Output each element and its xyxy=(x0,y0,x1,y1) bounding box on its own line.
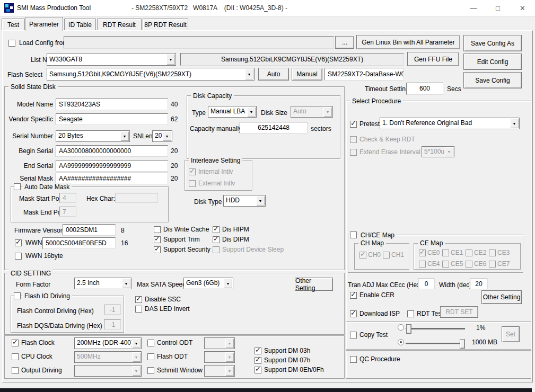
rdt-set-button: RDT SET xyxy=(440,306,478,318)
browse-button[interactable]: ... xyxy=(335,36,354,49)
manual-button[interactable]: Manual xyxy=(292,68,322,81)
capacity-type-select[interactable]: Manual LBA ▼ xyxy=(208,106,257,118)
close-button[interactable]: ✕ xyxy=(510,0,535,16)
save-config-as-button[interactable]: Save Config As xyxy=(463,35,522,51)
minimize-button[interactable]: — xyxy=(461,0,486,16)
disable-ssc-checkbox[interactable]: ✓ xyxy=(135,296,142,303)
flash-io-checkbox[interactable] xyxy=(14,292,21,299)
check-icon: ✓ xyxy=(255,355,261,363)
copy-percent-slider-thumb[interactable] xyxy=(406,324,411,334)
flash-clock-checkbox[interactable]: ✓ xyxy=(12,340,19,346)
ce4-checkbox xyxy=(419,261,426,268)
flash-clock-select[interactable]: 200MHz (DDR-400) ▼ xyxy=(74,337,142,349)
chevron-down-icon[interactable]: ▼ xyxy=(247,107,256,117)
dis-dipm-checkbox[interactable]: ✓ xyxy=(213,236,220,243)
tab-parameter[interactable]: Parameter xyxy=(25,17,63,31)
width-dec-field[interactable]: 20 xyxy=(470,279,488,289)
enable-cer-checkbox[interactable]: ✓ xyxy=(350,292,357,299)
control-odt-checkbox[interactable] xyxy=(147,340,154,346)
copy-percent-slider-track[interactable] xyxy=(406,328,465,329)
das-led-invert-checkbox[interactable] xyxy=(135,306,142,313)
procedure-other-setting-button[interactable]: Other Setting xyxy=(481,290,522,304)
smi-mass-production-tool-window: SMI Mass Production Tool - SM2258XT/59XT… xyxy=(0,0,535,392)
copy-mb-slider-track[interactable] xyxy=(406,343,465,344)
flash-select-select[interactable]: Samsung,512Gbit,K9CMGY8J5E(V6)(SM2259XT)… xyxy=(47,68,255,81)
tab-8p-rdt-result[interactable]: 8P RDT Result xyxy=(143,19,188,30)
control-odt-select: ▼ xyxy=(204,337,235,349)
flash-odt-checkbox[interactable] xyxy=(147,353,154,360)
vendor-field[interactable]: Seagate xyxy=(56,113,168,125)
output-driving-checkbox[interactable] xyxy=(12,367,19,374)
timeout-field[interactable]: 600 xyxy=(406,83,443,95)
auto-button[interactable]: Auto xyxy=(258,68,289,81)
maximize-button[interactable]: □ xyxy=(486,0,510,16)
support-dm0e-checkbox[interactable]: ✓ xyxy=(255,367,261,373)
gen-ffu-button[interactable]: Gen FFU File xyxy=(407,52,459,66)
cpu-clock-checkbox[interactable] xyxy=(12,353,19,360)
support-trim-checkbox[interactable]: ✓ xyxy=(154,236,161,243)
pretest-select[interactable]: 1. Don't Reference Original Bad ▼ xyxy=(380,118,520,129)
end-serial-field[interactable]: AA999999999999999999 xyxy=(56,160,168,172)
wwn-16byte-checkbox[interactable] xyxy=(15,253,22,260)
copy-percent-radio[interactable] xyxy=(398,324,404,331)
wwn-field[interactable]: 5000C50048E0BE5D xyxy=(42,237,116,249)
copy-test-checkbox[interactable] xyxy=(350,332,357,338)
model-name-field[interactable]: ST9320423AS xyxy=(56,99,168,110)
support-dm07-label: Support DM 07h xyxy=(264,357,310,364)
save-config-button[interactable]: Save Config xyxy=(463,72,522,88)
qc-procedure-box xyxy=(346,350,531,379)
chevron-down-icon[interactable]: ▼ xyxy=(120,131,129,141)
tran-adj-field[interactable]: 0 xyxy=(418,279,435,289)
chevron-down-icon[interactable]: ▼ xyxy=(163,131,171,141)
max-sata-select[interactable]: Gen3 (6Gb) ▼ xyxy=(183,278,233,289)
flash-dqs-driving-label: Flash DQS/Data Driving (Hex) xyxy=(17,322,102,329)
gen-linux-bin-button[interactable]: Gen Linux Bin with All Parameter xyxy=(356,35,460,49)
chevron-down-icon[interactable]: ▼ xyxy=(132,338,141,348)
form-factor-select[interactable]: 2.5 Inch ▼ xyxy=(74,278,131,289)
support-security-checkbox[interactable]: ✓ xyxy=(154,246,161,253)
tab-id-table[interactable]: ID Table xyxy=(64,19,96,30)
dis-hipm-checkbox[interactable]: ✓ xyxy=(213,226,220,233)
rdt-test-checkbox[interactable] xyxy=(407,310,414,317)
schmitt-window-checkbox[interactable] xyxy=(147,367,154,374)
edit-config-button[interactable]: Edit Config xyxy=(463,54,522,70)
load-config-checkbox[interactable] xyxy=(8,40,15,47)
support-dm03-label: Support DM 03h xyxy=(264,347,310,354)
list-no-select[interactable]: W330GAT8 ▼ xyxy=(47,53,176,66)
support-device-sleep-label: Support Device Sleep xyxy=(222,246,284,253)
disk-type-select[interactable]: HDD ▼ xyxy=(223,195,266,207)
copy-mb-radio[interactable] xyxy=(398,339,404,345)
check-icon: ✓ xyxy=(350,290,356,298)
cid-other-setting-button[interactable]: Other Setting xyxy=(295,278,333,291)
chevron-down-icon: ▼ xyxy=(323,107,332,117)
serial-number-select[interactable]: 20 Bytes ▼ xyxy=(56,130,130,142)
snlen-select[interactable]: 20 ▼ xyxy=(152,130,172,142)
auto-date-mask-checkbox[interactable] xyxy=(14,183,21,190)
das-led-invert-label: DAS LED Invert xyxy=(145,305,190,313)
chevron-down-icon: ▼ xyxy=(225,352,234,362)
chevron-down-icon[interactable]: ▼ xyxy=(510,119,519,128)
tab-test[interactable]: Test xyxy=(2,19,25,30)
tab-rdt-result[interactable]: RDT Result xyxy=(97,19,142,30)
support-dm03-checkbox[interactable]: ✓ xyxy=(255,348,261,354)
qc-procedure-checkbox[interactable] xyxy=(350,356,357,363)
support-dm07-checkbox[interactable]: ✓ xyxy=(255,357,261,364)
chevron-down-icon[interactable]: ▼ xyxy=(224,279,232,288)
serial-mask-field[interactable]: AA################## xyxy=(56,173,168,184)
load-config-label: Load Config from xyxy=(19,39,68,47)
chevron-down-icon[interactable]: ▼ xyxy=(166,54,175,65)
pretest-checkbox[interactable]: ✓ xyxy=(350,121,357,128)
window-title: SMI Mass Production Tool xyxy=(17,4,91,12)
download-isp-checkbox[interactable]: ✓ xyxy=(350,310,357,317)
chevron-down-icon[interactable]: ▼ xyxy=(245,69,253,79)
chce-map-checkbox[interactable] xyxy=(350,231,357,238)
dis-write-cache-checkbox[interactable] xyxy=(154,226,161,233)
begin-serial-field[interactable]: AA300008000000000000 xyxy=(56,145,168,157)
capacity-field[interactable]: 625142448 xyxy=(240,122,308,133)
copy-mb-slider-thumb[interactable] xyxy=(460,339,465,349)
wwn-checkbox[interactable]: ✓ xyxy=(15,239,22,246)
wwn-label: WWN xyxy=(25,239,42,246)
firmware-field[interactable]: 0002SDM1 xyxy=(63,224,116,236)
chevron-down-icon[interactable]: ▼ xyxy=(122,279,130,288)
chevron-down-icon[interactable]: ▼ xyxy=(256,196,265,206)
